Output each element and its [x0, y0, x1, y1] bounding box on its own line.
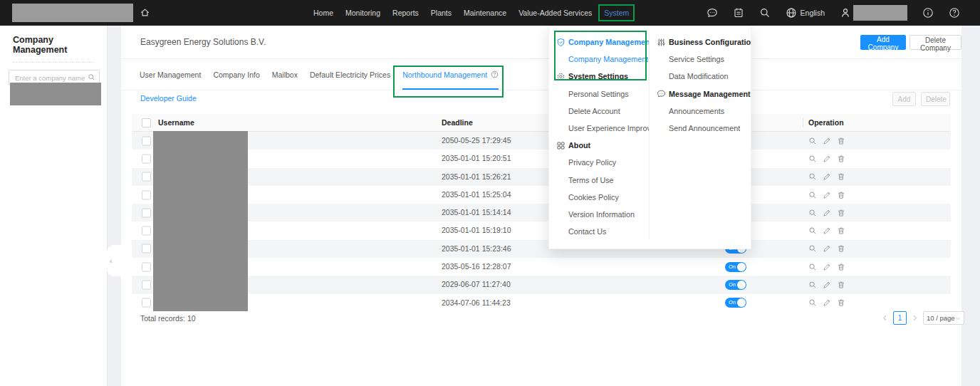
delete-icon[interactable] — [837, 244, 845, 253]
company-name-redacted[interactable] — [10, 83, 101, 105]
row-checkbox[interactable] — [142, 226, 151, 236]
delete-icon[interactable] — [837, 137, 845, 145]
view-icon[interactable] — [808, 137, 817, 145]
delete-icon[interactable] — [837, 281, 845, 289]
add-company-button[interactable]: Add Company — [860, 35, 906, 50]
developer-guide-link[interactable]: Developer Guide — [140, 94, 197, 103]
search-icon[interactable] — [88, 73, 95, 81]
delete-icon[interactable] — [837, 209, 845, 217]
edit-icon[interactable] — [823, 226, 831, 235]
next-page-icon[interactable] — [912, 315, 918, 321]
system-menu-item[interactable]: Personal Settings — [549, 85, 649, 103]
view-icon[interactable] — [808, 281, 817, 289]
view-icon[interactable] — [808, 172, 817, 181]
page-number[interactable]: 1 — [893, 311, 907, 325]
view-icon[interactable] — [808, 298, 817, 307]
delete-button[interactable]: Delete — [921, 92, 950, 106]
system-menu-item[interactable]: Privacy Policy — [549, 154, 649, 171]
system-menu-item[interactable]: Business Configuration — [650, 33, 751, 51]
row-checkbox[interactable] — [142, 298, 151, 308]
tab[interactable]: Company Info — [213, 59, 259, 90]
edit-icon[interactable] — [823, 155, 831, 163]
system-menu-item[interactable]: Delete Account — [549, 103, 649, 120]
row-checkbox[interactable] — [142, 136, 151, 145]
sidebar-collapse-handle[interactable]: ‹ — [107, 245, 121, 276]
status-toggle[interactable]: On — [725, 262, 746, 272]
delete-icon[interactable] — [837, 191, 845, 199]
edit-icon[interactable] — [823, 244, 831, 253]
system-menu-item[interactable]: User Experience Improv... — [549, 120, 649, 137]
row-checkbox[interactable] — [142, 154, 151, 163]
username-redacted — [853, 5, 907, 21]
view-icon[interactable] — [808, 244, 817, 253]
system-menu-item[interactable]: Send Announcement — [650, 120, 751, 137]
system-menu-item[interactable]: Cookies Policy — [549, 189, 649, 206]
row-checkbox[interactable] — [142, 281, 151, 290]
nav-item[interactable]: Maintenance — [464, 9, 506, 17]
user-account[interactable] — [840, 5, 907, 21]
edit-icon[interactable] — [823, 281, 831, 289]
nav-item[interactable]: Monitoring — [345, 9, 380, 17]
info-icon[interactable] — [922, 7, 934, 19]
tab[interactable]: Default Electricity Prices — [310, 59, 390, 90]
system-menu-item[interactable]: Contact Us — [549, 223, 649, 240]
delete-icon[interactable] — [837, 298, 845, 307]
system-menu-item[interactable]: Data Modification — [650, 68, 751, 85]
view-icon[interactable] — [808, 155, 817, 163]
edit-icon[interactable] — [823, 298, 831, 307]
nav-item[interactable]: Value-Added Services — [518, 9, 592, 17]
help-icon[interactable] — [949, 7, 960, 19]
tab[interactable]: User Management — [140, 59, 201, 90]
select-all-checkbox[interactable] — [142, 118, 151, 127]
system-menu-item[interactable]: Service Settings — [650, 51, 751, 68]
delete-company-button[interactable]: Delete Company — [909, 35, 961, 50]
delete-icon[interactable] — [837, 172, 845, 181]
help-circle-icon[interactable] — [491, 71, 499, 78]
system-menu-item[interactable]: Announcements — [650, 103, 751, 120]
search-icon[interactable] — [759, 7, 771, 19]
nav-item[interactable]: Plants — [431, 9, 452, 17]
row-checkbox[interactable] — [142, 244, 151, 254]
nav-item[interactable]: Reports — [392, 9, 419, 17]
delete-icon[interactable] — [837, 226, 845, 235]
system-menu-item[interactable]: Message Management — [650, 85, 751, 103]
shield-icon — [556, 38, 565, 47]
row-checkbox[interactable] — [142, 262, 151, 271]
message-icon[interactable] — [707, 7, 718, 19]
delete-icon[interactable] — [837, 155, 845, 163]
home-icon[interactable] — [140, 7, 150, 18]
delete-icon[interactable] — [837, 263, 845, 271]
row-checkbox[interactable] — [142, 172, 151, 182]
edit-icon[interactable] — [823, 263, 831, 271]
row-checkbox[interactable] — [142, 190, 151, 199]
nav-item[interactable]: Home — [313, 9, 333, 17]
schedule-icon[interactable] — [733, 7, 744, 19]
view-icon[interactable] — [808, 226, 817, 235]
status-toggle[interactable]: On — [725, 280, 746, 290]
view-icon[interactable] — [808, 209, 817, 217]
system-menu-item[interactable]: System Settings — [549, 68, 649, 85]
menu-item-label: Version Information — [568, 210, 635, 219]
add-button[interactable]: Add — [892, 92, 916, 106]
system-menu-item[interactable]: About — [549, 137, 649, 154]
view-icon[interactable] — [808, 263, 817, 271]
row-checkbox[interactable] — [142, 208, 151, 217]
tab-label: Northbound Management — [402, 71, 487, 79]
menu-item-icon — [657, 89, 669, 98]
edit-icon[interactable] — [823, 191, 831, 199]
system-menu-item[interactable]: Company Management — [549, 33, 649, 51]
status-toggle[interactable]: On — [725, 298, 746, 308]
nav-item[interactable]: System — [604, 9, 629, 17]
view-icon[interactable] — [808, 191, 817, 199]
system-menu-item[interactable]: Terms of Use — [549, 172, 649, 189]
prev-page-icon[interactable] — [882, 315, 888, 321]
edit-icon[interactable] — [823, 137, 831, 145]
edit-icon[interactable] — [823, 209, 831, 217]
edit-icon[interactable] — [823, 172, 831, 181]
system-menu-item[interactable]: Company Management — [549, 51, 649, 68]
page-size-select[interactable]: 10 / page — [923, 311, 964, 325]
tab[interactable]: Northbound Management — [402, 59, 499, 90]
tab[interactable]: Mailbox — [272, 59, 298, 90]
language-switcher[interactable]: English — [786, 7, 825, 19]
system-menu-item[interactable]: Version Information — [549, 206, 649, 223]
